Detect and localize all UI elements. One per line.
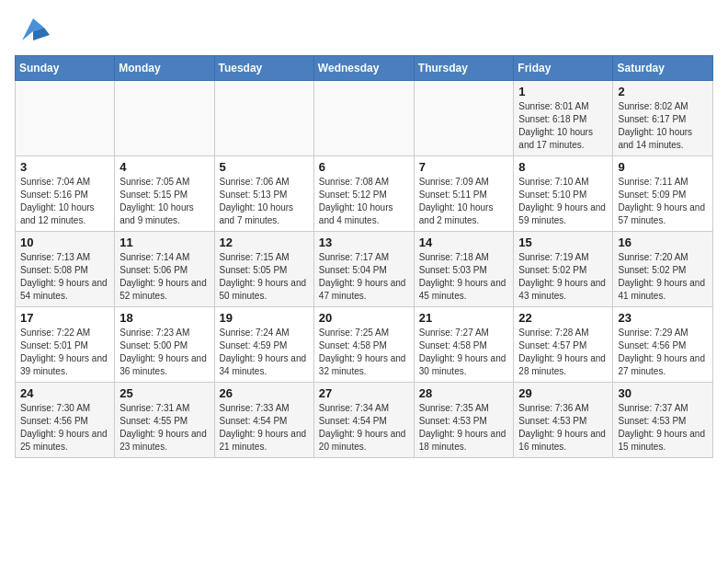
day-info: Sunrise: 7:22 AM Sunset: 5:01 PM Dayligh… bbox=[20, 327, 109, 378]
day-info: Sunrise: 7:35 AM Sunset: 4:53 PM Dayligh… bbox=[419, 402, 509, 454]
day-number: 3 bbox=[20, 160, 109, 174]
day-info: Sunrise: 7:09 AM Sunset: 5:11 PM Dayligh… bbox=[419, 176, 509, 227]
day-number: 18 bbox=[119, 311, 209, 325]
day-number: 5 bbox=[220, 160, 309, 174]
calendar-cell: 22Sunrise: 7:28 AM Sunset: 4:57 PM Dayli… bbox=[514, 307, 613, 383]
day-number: 4 bbox=[119, 160, 209, 174]
day-number: 19 bbox=[220, 311, 309, 325]
day-info: Sunrise: 7:37 AM Sunset: 4:53 PM Dayligh… bbox=[618, 402, 708, 454]
weekday-header-tuesday: Tuesday bbox=[214, 56, 313, 81]
calendar-cell: 18Sunrise: 7:23 AM Sunset: 5:00 PM Dayli… bbox=[115, 307, 214, 383]
day-info: Sunrise: 7:28 AM Sunset: 4:57 PM Dayligh… bbox=[518, 327, 608, 378]
day-info: Sunrise: 7:14 AM Sunset: 5:06 PM Dayligh… bbox=[119, 251, 209, 303]
calendar-cell: 17Sunrise: 7:22 AM Sunset: 5:01 PM Dayli… bbox=[16, 307, 115, 383]
calendar-cell: 24Sunrise: 7:30 AM Sunset: 4:56 PM Dayli… bbox=[16, 383, 115, 458]
calendar-cell: 28Sunrise: 7:35 AM Sunset: 4:53 PM Dayli… bbox=[414, 383, 514, 458]
day-number: 25 bbox=[119, 386, 209, 400]
calendar-cell: 26Sunrise: 7:33 AM Sunset: 4:54 PM Dayli… bbox=[214, 383, 313, 458]
day-number: 28 bbox=[419, 386, 509, 400]
day-info: Sunrise: 7:05 AM Sunset: 5:15 PM Dayligh… bbox=[119, 176, 209, 227]
calendar-cell: 5Sunrise: 7:06 AM Sunset: 5:13 PM Daylig… bbox=[214, 156, 313, 232]
calendar-cell: 3Sunrise: 7:04 AM Sunset: 5:16 PM Daylig… bbox=[16, 156, 115, 232]
day-number: 14 bbox=[419, 236, 509, 249]
day-info: Sunrise: 7:31 AM Sunset: 4:55 PM Dayligh… bbox=[119, 402, 209, 454]
calendar-cell: 6Sunrise: 7:08 AM Sunset: 5:12 PM Daylig… bbox=[313, 156, 414, 232]
day-number: 2 bbox=[618, 85, 708, 98]
calendar-cell bbox=[313, 81, 414, 156]
day-info: Sunrise: 7:19 AM Sunset: 5:02 PM Dayligh… bbox=[518, 251, 608, 303]
logo bbox=[15, 15, 51, 48]
day-number: 8 bbox=[518, 160, 608, 174]
day-number: 30 bbox=[618, 386, 708, 400]
calendar-cell: 11Sunrise: 7:14 AM Sunset: 5:06 PM Dayli… bbox=[115, 232, 214, 307]
day-info: Sunrise: 7:29 AM Sunset: 4:56 PM Dayligh… bbox=[618, 327, 708, 378]
day-info: Sunrise: 7:20 AM Sunset: 5:02 PM Dayligh… bbox=[618, 251, 708, 303]
calendar-cell bbox=[414, 81, 514, 156]
day-info: Sunrise: 7:13 AM Sunset: 5:08 PM Dayligh… bbox=[20, 251, 109, 303]
calendar-cell: 23Sunrise: 7:29 AM Sunset: 4:56 PM Dayli… bbox=[613, 307, 713, 383]
day-info: Sunrise: 8:01 AM Sunset: 6:18 PM Dayligh… bbox=[518, 100, 608, 152]
day-info: Sunrise: 7:36 AM Sunset: 4:53 PM Dayligh… bbox=[518, 402, 608, 454]
weekday-header-saturday: Saturday bbox=[613, 56, 713, 81]
calendar-cell: 14Sunrise: 7:18 AM Sunset: 5:03 PM Dayli… bbox=[414, 232, 514, 307]
day-info: Sunrise: 8:02 AM Sunset: 6:17 PM Dayligh… bbox=[618, 100, 708, 152]
day-info: Sunrise: 7:25 AM Sunset: 4:58 PM Dayligh… bbox=[319, 327, 409, 378]
calendar-cell: 20Sunrise: 7:25 AM Sunset: 4:58 PM Dayli… bbox=[313, 307, 414, 383]
calendar-cell: 25Sunrise: 7:31 AM Sunset: 4:55 PM Dayli… bbox=[115, 383, 214, 458]
calendar-cell: 2Sunrise: 8:02 AM Sunset: 6:17 PM Daylig… bbox=[613, 81, 713, 156]
week-row-1: 1Sunrise: 8:01 AM Sunset: 6:18 PM Daylig… bbox=[16, 81, 713, 156]
calendar: SundayMondayTuesdayWednesdayThursdayFrid… bbox=[15, 55, 713, 458]
weekday-header-friday: Friday bbox=[514, 56, 613, 81]
calendar-cell: 13Sunrise: 7:17 AM Sunset: 5:04 PM Dayli… bbox=[313, 232, 414, 307]
calendar-cell: 1Sunrise: 8:01 AM Sunset: 6:18 PM Daylig… bbox=[514, 81, 613, 156]
weekday-header-wednesday: Wednesday bbox=[313, 56, 414, 81]
day-number: 26 bbox=[220, 386, 309, 400]
day-info: Sunrise: 7:18 AM Sunset: 5:03 PM Dayligh… bbox=[419, 251, 509, 303]
week-row-5: 24Sunrise: 7:30 AM Sunset: 4:56 PM Dayli… bbox=[16, 383, 713, 458]
day-number: 10 bbox=[20, 236, 109, 249]
day-number: 12 bbox=[220, 236, 309, 249]
logo-icon bbox=[15, 15, 51, 48]
weekday-header-row: SundayMondayTuesdayWednesdayThursdayFrid… bbox=[16, 56, 713, 81]
day-number: 22 bbox=[518, 311, 608, 325]
day-number: 15 bbox=[518, 236, 608, 249]
calendar-cell: 9Sunrise: 7:11 AM Sunset: 5:09 PM Daylig… bbox=[613, 156, 713, 232]
day-number: 13 bbox=[319, 236, 409, 249]
calendar-cell: 16Sunrise: 7:20 AM Sunset: 5:02 PM Dayli… bbox=[613, 232, 713, 307]
calendar-cell: 19Sunrise: 7:24 AM Sunset: 4:59 PM Dayli… bbox=[214, 307, 313, 383]
weekday-header-monday: Monday bbox=[115, 56, 214, 81]
day-number: 29 bbox=[518, 386, 608, 400]
day-number: 7 bbox=[419, 160, 509, 174]
day-number: 17 bbox=[20, 311, 109, 325]
day-info: Sunrise: 7:33 AM Sunset: 4:54 PM Dayligh… bbox=[220, 402, 309, 454]
calendar-cell: 21Sunrise: 7:27 AM Sunset: 4:58 PM Dayli… bbox=[414, 307, 514, 383]
weekday-header-thursday: Thursday bbox=[414, 56, 514, 81]
calendar-cell: 10Sunrise: 7:13 AM Sunset: 5:08 PM Dayli… bbox=[16, 232, 115, 307]
weekday-header-sunday: Sunday bbox=[16, 56, 115, 81]
week-row-3: 10Sunrise: 7:13 AM Sunset: 5:08 PM Dayli… bbox=[16, 232, 713, 307]
day-info: Sunrise: 7:04 AM Sunset: 5:16 PM Dayligh… bbox=[20, 176, 109, 227]
day-number: 27 bbox=[319, 386, 409, 400]
calendar-cell bbox=[115, 81, 214, 156]
day-number: 23 bbox=[618, 311, 708, 325]
day-info: Sunrise: 7:23 AM Sunset: 5:00 PM Dayligh… bbox=[119, 327, 209, 378]
calendar-cell: 30Sunrise: 7:37 AM Sunset: 4:53 PM Dayli… bbox=[613, 383, 713, 458]
day-info: Sunrise: 7:15 AM Sunset: 5:05 PM Dayligh… bbox=[220, 251, 309, 303]
header bbox=[15, 15, 713, 48]
day-number: 11 bbox=[119, 236, 209, 249]
day-number: 1 bbox=[518, 85, 608, 98]
calendar-cell: 8Sunrise: 7:10 AM Sunset: 5:10 PM Daylig… bbox=[514, 156, 613, 232]
day-info: Sunrise: 7:24 AM Sunset: 4:59 PM Dayligh… bbox=[220, 327, 309, 378]
day-number: 6 bbox=[319, 160, 409, 174]
calendar-cell: 27Sunrise: 7:34 AM Sunset: 4:54 PM Dayli… bbox=[313, 383, 414, 458]
calendar-cell: 12Sunrise: 7:15 AM Sunset: 5:05 PM Dayli… bbox=[214, 232, 313, 307]
calendar-cell: 7Sunrise: 7:09 AM Sunset: 5:11 PM Daylig… bbox=[414, 156, 514, 232]
day-number: 16 bbox=[618, 236, 708, 249]
day-info: Sunrise: 7:06 AM Sunset: 5:13 PM Dayligh… bbox=[220, 176, 309, 227]
day-number: 21 bbox=[419, 311, 509, 325]
calendar-cell: 4Sunrise: 7:05 AM Sunset: 5:15 PM Daylig… bbox=[115, 156, 214, 232]
day-number: 20 bbox=[319, 311, 409, 325]
week-row-4: 17Sunrise: 7:22 AM Sunset: 5:01 PM Dayli… bbox=[16, 307, 713, 383]
calendar-cell: 15Sunrise: 7:19 AM Sunset: 5:02 PM Dayli… bbox=[514, 232, 613, 307]
day-info: Sunrise: 7:11 AM Sunset: 5:09 PM Dayligh… bbox=[618, 176, 708, 227]
